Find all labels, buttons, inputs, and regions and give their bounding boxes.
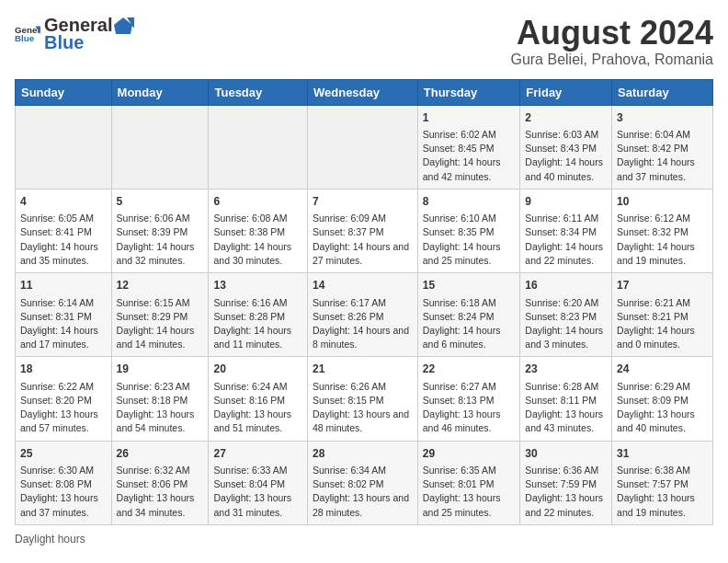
calendar-cell [16,105,112,189]
calendar-cell: 16Sunrise: 6:20 AMSunset: 8:23 PMDayligh… [520,273,612,357]
logo-icon: General Blue [15,21,40,47]
cell-content-line: Sunrise: 6:15 AM [117,296,204,310]
day-header-thursday: Thursday [417,79,520,105]
day-number: 13 [213,278,302,293]
cell-content-line: Sunset: 8:38 PM [213,225,302,239]
day-number: 26 [117,446,204,462]
cell-content-line: Sunrise: 6:27 AM [423,380,516,394]
calendar-cell: 28Sunrise: 6:34 AMSunset: 8:02 PMDayligh… [307,441,417,524]
calendar-header-row: SundayMondayTuesdayWednesdayThursdayFrid… [16,79,713,105]
cell-content-line: Sunset: 8:26 PM [313,310,413,324]
cell-content-line: Sunrise: 6:18 AM [423,296,516,310]
calendar-cell: 12Sunrise: 6:15 AMSunset: 8:29 PMDayligh… [111,273,209,357]
location-subtitle: Gura Beliei, Prahova, Romania [510,52,713,68]
day-number: 3 [617,110,708,126]
day-number: 30 [525,446,607,462]
cell-content-line: Sunrise: 6:32 AM [117,464,204,477]
calendar-cell: 29Sunrise: 6:35 AMSunset: 8:01 PMDayligh… [417,441,520,524]
cell-content-line: Sunrise: 6:28 AM [525,380,607,394]
cell-content-line: Sunset: 8:21 PM [617,310,708,324]
cell-content-line: Daylight: 14 hours and 42 minutes. [423,155,516,183]
cell-content-line: Sunrise: 6:08 AM [213,212,302,225]
day-number: 29 [423,446,516,462]
cell-content-line: Daylight: 14 hours and 35 minutes. [20,240,107,268]
cell-content-line: Daylight: 14 hours and 37 minutes. [617,155,708,183]
cell-content-line: Sunrise: 6:24 AM [213,380,302,394]
calendar-cell: 31Sunrise: 6:38 AMSunset: 7:57 PMDayligh… [612,441,713,524]
day-header-friday: Friday [520,79,612,105]
cell-content-line: Sunset: 8:32 PM [617,225,708,239]
cell-content-line: Sunrise: 6:33 AM [213,464,302,477]
cell-content-line: Daylight: 13 hours and 40 minutes. [617,408,708,435]
cell-content-line: Sunrise: 6:21 AM [617,296,708,310]
cell-content-line: Daylight: 14 hours and 3 minutes. [525,324,607,351]
cell-content-line: Sunset: 8:45 PM [423,142,516,155]
calendar-cell: 1Sunrise: 6:02 AMSunset: 8:45 PMDaylight… [417,105,520,189]
calendar-cell: 13Sunrise: 6:16 AMSunset: 8:28 PMDayligh… [209,273,308,357]
svg-text:Blue: Blue [15,33,35,43]
cell-content-line: Sunrise: 6:20 AM [525,296,607,310]
day-number: 10 [617,194,708,210]
cell-content-line: Daylight: 14 hours and 19 minutes. [617,240,708,268]
day-header-saturday: Saturday [612,79,713,105]
calendar-cell: 11Sunrise: 6:14 AMSunset: 8:31 PMDayligh… [16,273,112,357]
cell-content-line: Daylight: 14 hours and 8 minutes. [313,324,413,351]
day-number: 24 [617,362,708,377]
cell-content-line: Sunset: 8:23 PM [525,310,607,324]
cell-content-line: Sunrise: 6:22 AM [20,380,107,394]
day-number: 21 [313,362,413,377]
day-header-monday: Monday [111,79,209,105]
cell-content-line: Sunrise: 6:10 AM [423,212,516,225]
day-number: 22 [423,362,516,377]
cell-content-line: Sunset: 8:16 PM [213,394,302,408]
calendar-cell: 17Sunrise: 6:21 AMSunset: 8:21 PMDayligh… [612,273,713,357]
cell-content-line: Daylight: 14 hours and 11 minutes. [213,324,302,351]
calendar-cell: 19Sunrise: 6:23 AMSunset: 8:18 PMDayligh… [111,357,209,441]
calendar-cell: 25Sunrise: 6:30 AMSunset: 8:08 PMDayligh… [16,441,112,524]
cell-content-line: Daylight: 14 hours and 14 minutes. [117,324,204,351]
cell-content-line: Daylight: 13 hours and 22 minutes. [525,491,607,519]
cell-content-line: Daylight: 13 hours and 48 minutes. [313,408,413,435]
cell-content-line: Sunrise: 6:14 AM [20,296,107,310]
cell-content-line: Sunset: 8:01 PM [423,477,516,491]
cell-content-line: Sunset: 7:59 PM [525,477,607,491]
calendar-week-row: 25Sunrise: 6:30 AMSunset: 8:08 PMDayligh… [16,441,713,524]
calendar-cell: 18Sunrise: 6:22 AMSunset: 8:20 PMDayligh… [16,357,112,441]
calendar-cell [209,105,308,189]
cell-content-line: Sunrise: 6:17 AM [313,296,413,310]
cell-content-line: Daylight: 14 hours and 0 minutes. [617,324,708,351]
day-number: 31 [617,446,708,462]
page-header: General Blue General Blue August 2024 Gu… [15,15,713,68]
cell-content-line: Sunrise: 6:03 AM [525,128,607,142]
cell-content-line: Daylight: 14 hours and 27 minutes. [313,240,413,268]
day-number: 23 [525,362,607,377]
calendar-week-row: 18Sunrise: 6:22 AMSunset: 8:20 PMDayligh… [16,357,713,441]
cell-content-line: Sunset: 8:37 PM [313,225,413,239]
cell-content-line: Daylight: 13 hours and 31 minutes. [213,491,302,519]
month-year-title: August 2024 [510,15,713,52]
cell-content-line: Daylight: 13 hours and 28 minutes. [313,491,413,519]
cell-content-line: Sunset: 8:35 PM [423,225,516,239]
cell-content-line: Daylight: 13 hours and 57 minutes. [20,408,107,435]
cell-content-line: Daylight: 14 hours and 32 minutes. [117,240,204,268]
cell-content-line: Daylight: 14 hours and 17 minutes. [20,324,107,351]
logo: General Blue General Blue [15,15,134,53]
calendar-cell: 10Sunrise: 6:12 AMSunset: 8:32 PMDayligh… [612,189,713,272]
cell-content-line: Sunset: 8:28 PM [213,310,302,324]
calendar-cell: 23Sunrise: 6:28 AMSunset: 8:11 PMDayligh… [520,357,612,441]
cell-content-line: Daylight: 13 hours and 46 minutes. [423,408,516,435]
cell-content-line: Daylight: 14 hours and 22 minutes. [525,240,607,268]
cell-content-line: Sunrise: 6:11 AM [525,212,607,225]
day-header-wednesday: Wednesday [307,79,417,105]
day-number: 15 [423,278,516,293]
day-number: 5 [117,194,204,210]
day-number: 27 [213,446,302,462]
cell-content-line: Daylight: 13 hours and 54 minutes. [117,408,204,435]
day-number: 8 [423,194,516,210]
cell-content-line: Daylight: 13 hours and 43 minutes. [525,408,607,435]
cell-content-line: Sunset: 8:34 PM [525,225,607,239]
day-number: 28 [313,446,413,462]
cell-content-line: Daylight: 14 hours and 30 minutes. [213,240,302,268]
day-number: 6 [213,194,302,210]
day-header-tuesday: Tuesday [209,79,308,105]
